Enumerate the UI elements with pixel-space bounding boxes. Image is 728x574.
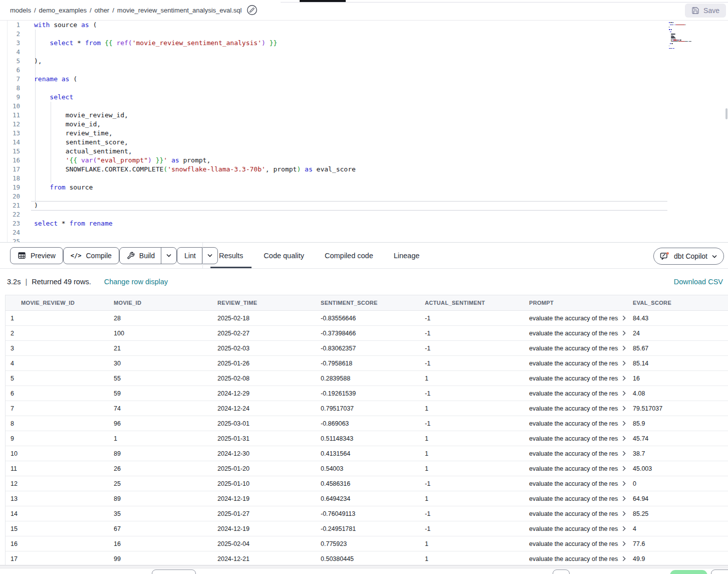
expand-prompt-icon[interactable] bbox=[622, 421, 626, 426]
expand-prompt-icon[interactable] bbox=[622, 315, 626, 321]
line-number: 16 bbox=[0, 156, 20, 165]
cell-review_time: 2025-03-01 bbox=[217, 420, 321, 427]
table-row: 10892024-12-300.41315641evaluate the acc… bbox=[6, 446, 728, 461]
tab-code-quality[interactable]: Code quality bbox=[264, 243, 304, 268]
code-line[interactable]: 12 movie_id, bbox=[0, 120, 728, 129]
cutoff-button[interactable] bbox=[152, 569, 196, 574]
code-line[interactable]: 13 review_time, bbox=[0, 129, 728, 138]
compile-button[interactable]: </> Compile bbox=[63, 247, 119, 264]
cell-actual_sentiment: 1 bbox=[425, 405, 529, 412]
code-line[interactable]: 18 bbox=[0, 174, 728, 183]
status-separator: | bbox=[25, 278, 27, 286]
expand-prompt-icon[interactable] bbox=[622, 375, 626, 381]
expand-prompt-icon[interactable] bbox=[622, 451, 626, 456]
column-header: MOVIE_REVIEW_ID bbox=[11, 300, 114, 306]
code-line[interactable]: 4 bbox=[0, 48, 728, 57]
expand-prompt-icon[interactable] bbox=[622, 360, 626, 366]
cell-sentiment_score: 0.50380445 bbox=[321, 555, 425, 562]
code-line[interactable]: 2 bbox=[0, 30, 728, 39]
code-line[interactable]: 15 actual_sentiment, bbox=[0, 147, 728, 156]
code-line-text: ), bbox=[20, 57, 42, 66]
table-row: 16162025-02-040.7759231evaluate the accu… bbox=[6, 536, 728, 551]
cell-movie_id: 55 bbox=[114, 375, 217, 382]
cutoff-button[interactable] bbox=[711, 569, 728, 574]
tab-compiled-code[interactable]: Compiled code bbox=[325, 243, 373, 268]
table-row: 13892024-12-190.64942341evaluate the acc… bbox=[6, 491, 728, 506]
cell-movie_review_id: 12 bbox=[11, 480, 114, 487]
lint-button[interactable]: Lint bbox=[177, 248, 202, 264]
code-line[interactable]: 19 from source bbox=[0, 183, 728, 192]
code-lines: 1with source as (23 select * from {{ ref… bbox=[0, 21, 728, 242]
breadcrumb-segment[interactable]: demo_examples bbox=[39, 7, 87, 14]
cutoff-green-pill-button[interactable] bbox=[670, 570, 707, 574]
change-row-display-link[interactable]: Change row display bbox=[104, 278, 168, 286]
code-line[interactable]: 22 bbox=[0, 210, 728, 219]
wrench-icon bbox=[127, 252, 135, 260]
editor-scrollbar-thumb[interactable] bbox=[725, 108, 727, 119]
code-line[interactable]: 20 bbox=[0, 192, 728, 201]
code-line[interactable]: 11 movie_review_id, bbox=[0, 111, 728, 120]
code-line[interactable]: 7rename as ( bbox=[0, 75, 728, 84]
code-line[interactable]: 24 bbox=[0, 228, 728, 237]
expand-prompt-icon[interactable] bbox=[622, 526, 626, 531]
expand-prompt-icon[interactable] bbox=[622, 406, 626, 411]
code-line[interactable]: 23select * from rename bbox=[0, 219, 728, 228]
cell-review_time: 2025-02-04 bbox=[217, 540, 321, 547]
expand-prompt-icon[interactable] bbox=[622, 541, 626, 546]
code-line[interactable]: 10 bbox=[0, 102, 728, 111]
cell-eval_score: 4.08 bbox=[633, 390, 728, 397]
table-icon bbox=[18, 251, 26, 260]
prompt-text: evaluate the accuracy of the res… bbox=[529, 540, 619, 547]
preview-button[interactable]: Preview bbox=[10, 247, 63, 264]
code-line[interactable]: 17 SNOWFLAKE.CORTEX.COMPLETE('snowflake-… bbox=[0, 165, 728, 174]
cell-movie_review_id: 3 bbox=[11, 345, 114, 352]
code-line[interactable]: 9 select bbox=[0, 93, 728, 102]
cell-review_time: 2024-12-19 bbox=[217, 495, 321, 502]
column-header: SENTIMENT_SCORE bbox=[321, 300, 425, 306]
code-line[interactable]: 8 bbox=[0, 84, 728, 93]
code-line[interactable]: 1with source as ( bbox=[0, 21, 728, 30]
breadcrumb-segment[interactable]: models bbox=[10, 7, 31, 14]
build-button[interactable]: Build bbox=[120, 248, 161, 264]
cutoff-button[interactable] bbox=[553, 569, 570, 574]
expand-prompt-icon[interactable] bbox=[622, 496, 626, 501]
cell-movie_id: 30 bbox=[114, 360, 217, 367]
expand-prompt-icon[interactable] bbox=[622, 330, 626, 336]
cell-movie_review_id: 10 bbox=[11, 450, 114, 457]
expand-prompt-icon[interactable] bbox=[622, 345, 626, 351]
dbt-ide-window: models/demo_examples/other/movie_review_… bbox=[0, 0, 728, 574]
expand-prompt-icon[interactable] bbox=[622, 391, 626, 396]
prompt-text: evaluate the accuracy of the res… bbox=[529, 420, 619, 427]
cell-movie_review_id: 4 bbox=[11, 360, 114, 367]
build-dropdown-caret[interactable] bbox=[161, 248, 176, 264]
code-line[interactable]: 21) bbox=[0, 201, 728, 210]
code-editor[interactable]: 1with source as (23 select * from {{ ref… bbox=[0, 21, 728, 242]
tab-lineage[interactable]: Lineage bbox=[394, 243, 420, 268]
cell-sentiment_score: 0.79517037 bbox=[321, 405, 425, 412]
prompt-text: evaluate the accuracy of the res… bbox=[529, 435, 619, 442]
table-row: 17992024-12-210.503804451evaluate the ac… bbox=[6, 551, 728, 565]
breadcrumb-segment[interactable]: other bbox=[95, 7, 110, 14]
expand-prompt-icon[interactable] bbox=[622, 481, 626, 486]
code-line[interactable]: 5), bbox=[0, 57, 728, 66]
dbt-copilot-button[interactable]: dbt Copilot bbox=[653, 248, 724, 265]
code-line[interactable]: 25 bbox=[0, 237, 728, 242]
expand-prompt-icon[interactable] bbox=[622, 556, 626, 561]
cell-movie_id: 1 bbox=[114, 435, 217, 442]
download-csv-link[interactable]: Download CSV bbox=[674, 278, 723, 286]
breadcrumb-segment[interactable]: movie_review_sentiment_analysis_eval.sql bbox=[117, 7, 242, 14]
save-button[interactable]: Save bbox=[685, 4, 726, 18]
code-line-text bbox=[20, 174, 34, 183]
expand-prompt-icon[interactable] bbox=[622, 436, 626, 441]
code-line[interactable]: 6 bbox=[0, 66, 728, 75]
expand-prompt-icon[interactable] bbox=[622, 466, 626, 471]
expand-prompt-icon[interactable] bbox=[622, 511, 626, 516]
code-line[interactable]: 16 '{{ var("eval_prompt") }}' as prompt, bbox=[0, 156, 728, 165]
code-line[interactable]: 3 select * from {{ ref('movie_review_sen… bbox=[0, 39, 728, 48]
code-line[interactable]: 14 sentiment_score, bbox=[0, 138, 728, 147]
cell-review_time: 2025-02-03 bbox=[217, 345, 321, 352]
tab-results[interactable]: Results bbox=[219, 243, 243, 268]
cell-sentiment_score: -0.83556646 bbox=[321, 315, 425, 322]
edit-circle-icon[interactable] bbox=[247, 5, 258, 16]
horizontal-scrollbar[interactable] bbox=[0, 565, 728, 568]
